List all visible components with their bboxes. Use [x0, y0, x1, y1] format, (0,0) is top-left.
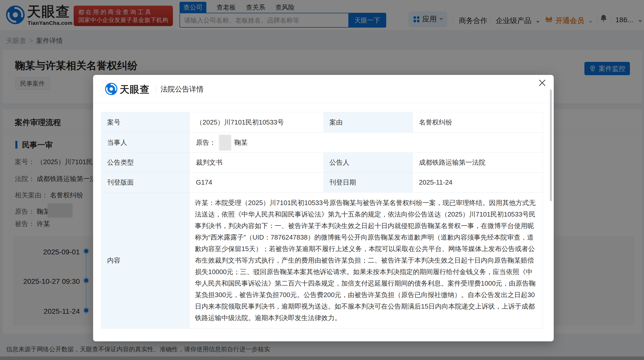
announcement-table: 案号 （2025）川7101民初10533号 案由 名誉权纠纷 当事人 原告： … [101, 112, 543, 329]
party-label: 当事人 [102, 133, 190, 153]
table-row: 内容 许某：本院受理（2025）川7101民初10533号原告鞠某与被告许某名誉… [102, 193, 543, 329]
page-value: G174 [190, 173, 324, 193]
cause-label: 案由 [324, 112, 413, 133]
modal-brand: 天眼查 [120, 83, 150, 96]
date-label: 刊登日期 [324, 173, 413, 193]
table-row: 案号 （2025）川7101民初10533号 案由 名誉权纠纷 [102, 112, 543, 133]
page: 天眼查 TianYanCha.com 都在用的商业查询工具 国家中小企业发展子基… [0, 0, 644, 360]
content-label: 内容 [102, 193, 190, 329]
date-value: 2025-11-24 [413, 173, 543, 193]
tianyancha-logo-icon [105, 83, 118, 95]
type-value: 裁判文书 [190, 153, 324, 173]
party-prefix: 原告： [196, 138, 216, 147]
party-value: 原告： 鞠某 [190, 133, 543, 153]
modal-scrollbar-thumb[interactable] [550, 89, 552, 201]
redacted-party-block [219, 135, 231, 151]
announcer-label: 公告人 [324, 153, 413, 173]
table-row: 当事人 原告： 鞠某 [102, 133, 543, 153]
cause-value: 名誉权纠纷 [413, 112, 543, 133]
table-row: 刊登版面 G174 刊登日期 2025-11-24 [102, 173, 543, 193]
announcement-content: 许某：本院受理（2025）川7101民初10533号原告鞠某与被告许某名誉权纠纷… [190, 193, 543, 329]
type-label: 公告类型 [102, 153, 190, 173]
case-no-value: （2025）川7101民初10533号 [190, 112, 324, 133]
announcer-value: 成都铁路运输第一法院 [413, 153, 543, 173]
close-icon[interactable] [538, 78, 547, 87]
party-name: 鞠某 [234, 138, 248, 147]
modal-title: 法院公告详情 [161, 84, 204, 94]
divider [156, 85, 156, 93]
page-label: 刊登版面 [102, 173, 190, 193]
case-no-label: 案号 [102, 112, 190, 133]
court-announcement-modal: 天眼查 法院公告详情 案号 （2025）川7101民初10533号 案由 名誉权… [93, 75, 554, 341]
table-row: 公告类型 裁判文书 公告人 成都铁路运输第一法院 [102, 153, 543, 173]
modal-header: 天眼查 法院公告详情 [93, 75, 554, 103]
